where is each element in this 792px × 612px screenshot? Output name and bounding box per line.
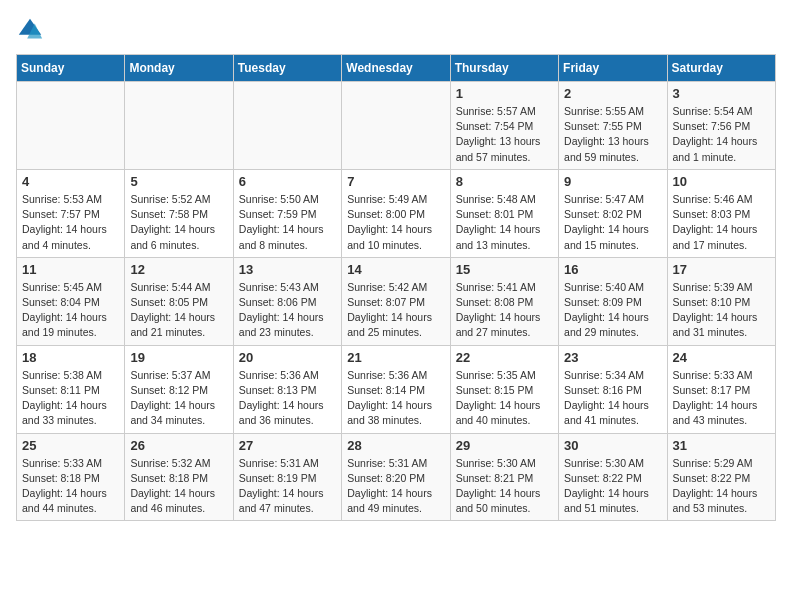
day-info: Sunrise: 5:48 AMSunset: 8:01 PMDaylight:… <box>456 192 553 253</box>
calendar-cell <box>233 82 341 170</box>
day-number: 7 <box>347 174 444 189</box>
weekday-header-thursday: Thursday <box>450 55 558 82</box>
day-info: Sunrise: 5:42 AMSunset: 8:07 PMDaylight:… <box>347 280 444 341</box>
calendar-cell: 7Sunrise: 5:49 AMSunset: 8:00 PMDaylight… <box>342 169 450 257</box>
calendar-cell: 12Sunrise: 5:44 AMSunset: 8:05 PMDayligh… <box>125 257 233 345</box>
day-number: 3 <box>673 86 770 101</box>
calendar-table: SundayMondayTuesdayWednesdayThursdayFrid… <box>16 54 776 521</box>
day-number: 4 <box>22 174 119 189</box>
day-info: Sunrise: 5:55 AMSunset: 7:55 PMDaylight:… <box>564 104 661 165</box>
calendar-cell: 26Sunrise: 5:32 AMSunset: 8:18 PMDayligh… <box>125 433 233 521</box>
day-info: Sunrise: 5:36 AMSunset: 8:14 PMDaylight:… <box>347 368 444 429</box>
calendar-cell: 18Sunrise: 5:38 AMSunset: 8:11 PMDayligh… <box>17 345 125 433</box>
day-info: Sunrise: 5:46 AMSunset: 8:03 PMDaylight:… <box>673 192 770 253</box>
calendar-cell: 24Sunrise: 5:33 AMSunset: 8:17 PMDayligh… <box>667 345 775 433</box>
calendar-cell <box>125 82 233 170</box>
day-info: Sunrise: 5:32 AMSunset: 8:18 PMDaylight:… <box>130 456 227 517</box>
calendar-cell: 15Sunrise: 5:41 AMSunset: 8:08 PMDayligh… <box>450 257 558 345</box>
day-info: Sunrise: 5:41 AMSunset: 8:08 PMDaylight:… <box>456 280 553 341</box>
day-number: 30 <box>564 438 661 453</box>
day-info: Sunrise: 5:33 AMSunset: 8:18 PMDaylight:… <box>22 456 119 517</box>
day-info: Sunrise: 5:44 AMSunset: 8:05 PMDaylight:… <box>130 280 227 341</box>
calendar-row-1: 1Sunrise: 5:57 AMSunset: 7:54 PMDaylight… <box>17 82 776 170</box>
day-info: Sunrise: 5:38 AMSunset: 8:11 PMDaylight:… <box>22 368 119 429</box>
day-number: 12 <box>130 262 227 277</box>
calendar-row-2: 4Sunrise: 5:53 AMSunset: 7:57 PMDaylight… <box>17 169 776 257</box>
calendar-cell: 10Sunrise: 5:46 AMSunset: 8:03 PMDayligh… <box>667 169 775 257</box>
day-info: Sunrise: 5:29 AMSunset: 8:22 PMDaylight:… <box>673 456 770 517</box>
calendar-cell: 13Sunrise: 5:43 AMSunset: 8:06 PMDayligh… <box>233 257 341 345</box>
calendar-cell: 19Sunrise: 5:37 AMSunset: 8:12 PMDayligh… <box>125 345 233 433</box>
day-info: Sunrise: 5:45 AMSunset: 8:04 PMDaylight:… <box>22 280 119 341</box>
day-number: 9 <box>564 174 661 189</box>
day-number: 21 <box>347 350 444 365</box>
day-number: 31 <box>673 438 770 453</box>
calendar-cell: 29Sunrise: 5:30 AMSunset: 8:21 PMDayligh… <box>450 433 558 521</box>
day-info: Sunrise: 5:33 AMSunset: 8:17 PMDaylight:… <box>673 368 770 429</box>
calendar-cell: 30Sunrise: 5:30 AMSunset: 8:22 PMDayligh… <box>559 433 667 521</box>
day-number: 27 <box>239 438 336 453</box>
calendar-cell: 1Sunrise: 5:57 AMSunset: 7:54 PMDaylight… <box>450 82 558 170</box>
day-info: Sunrise: 5:34 AMSunset: 8:16 PMDaylight:… <box>564 368 661 429</box>
day-number: 1 <box>456 86 553 101</box>
calendar-row-4: 18Sunrise: 5:38 AMSunset: 8:11 PMDayligh… <box>17 345 776 433</box>
day-info: Sunrise: 5:50 AMSunset: 7:59 PMDaylight:… <box>239 192 336 253</box>
weekday-header-wednesday: Wednesday <box>342 55 450 82</box>
calendar-cell <box>342 82 450 170</box>
day-number: 2 <box>564 86 661 101</box>
day-number: 10 <box>673 174 770 189</box>
calendar-cell: 22Sunrise: 5:35 AMSunset: 8:15 PMDayligh… <box>450 345 558 433</box>
logo <box>16 16 46 44</box>
calendar-row-3: 11Sunrise: 5:45 AMSunset: 8:04 PMDayligh… <box>17 257 776 345</box>
day-number: 24 <box>673 350 770 365</box>
day-info: Sunrise: 5:30 AMSunset: 8:22 PMDaylight:… <box>564 456 661 517</box>
logo-icon <box>16 16 44 44</box>
day-number: 11 <box>22 262 119 277</box>
calendar-cell: 3Sunrise: 5:54 AMSunset: 7:56 PMDaylight… <box>667 82 775 170</box>
day-number: 26 <box>130 438 227 453</box>
calendar-cell <box>17 82 125 170</box>
calendar-cell: 16Sunrise: 5:40 AMSunset: 8:09 PMDayligh… <box>559 257 667 345</box>
day-number: 28 <box>347 438 444 453</box>
day-number: 13 <box>239 262 336 277</box>
calendar-cell: 20Sunrise: 5:36 AMSunset: 8:13 PMDayligh… <box>233 345 341 433</box>
day-info: Sunrise: 5:54 AMSunset: 7:56 PMDaylight:… <box>673 104 770 165</box>
calendar-cell: 28Sunrise: 5:31 AMSunset: 8:20 PMDayligh… <box>342 433 450 521</box>
calendar-cell: 2Sunrise: 5:55 AMSunset: 7:55 PMDaylight… <box>559 82 667 170</box>
day-number: 8 <box>456 174 553 189</box>
day-info: Sunrise: 5:30 AMSunset: 8:21 PMDaylight:… <box>456 456 553 517</box>
calendar-cell: 11Sunrise: 5:45 AMSunset: 8:04 PMDayligh… <box>17 257 125 345</box>
day-info: Sunrise: 5:47 AMSunset: 8:02 PMDaylight:… <box>564 192 661 253</box>
day-number: 5 <box>130 174 227 189</box>
calendar-cell: 27Sunrise: 5:31 AMSunset: 8:19 PMDayligh… <box>233 433 341 521</box>
calendar-cell: 31Sunrise: 5:29 AMSunset: 8:22 PMDayligh… <box>667 433 775 521</box>
page-header <box>16 16 776 44</box>
day-number: 18 <box>22 350 119 365</box>
calendar-cell: 21Sunrise: 5:36 AMSunset: 8:14 PMDayligh… <box>342 345 450 433</box>
day-number: 29 <box>456 438 553 453</box>
day-info: Sunrise: 5:37 AMSunset: 8:12 PMDaylight:… <box>130 368 227 429</box>
calendar-cell: 25Sunrise: 5:33 AMSunset: 8:18 PMDayligh… <box>17 433 125 521</box>
day-info: Sunrise: 5:43 AMSunset: 8:06 PMDaylight:… <box>239 280 336 341</box>
day-info: Sunrise: 5:49 AMSunset: 8:00 PMDaylight:… <box>347 192 444 253</box>
weekday-header-monday: Monday <box>125 55 233 82</box>
day-number: 19 <box>130 350 227 365</box>
day-number: 20 <box>239 350 336 365</box>
calendar-header: SundayMondayTuesdayWednesdayThursdayFrid… <box>17 55 776 82</box>
day-number: 14 <box>347 262 444 277</box>
weekday-header-tuesday: Tuesday <box>233 55 341 82</box>
day-number: 15 <box>456 262 553 277</box>
day-number: 16 <box>564 262 661 277</box>
day-number: 6 <box>239 174 336 189</box>
weekday-header-saturday: Saturday <box>667 55 775 82</box>
weekday-header-friday: Friday <box>559 55 667 82</box>
day-number: 23 <box>564 350 661 365</box>
calendar-cell: 6Sunrise: 5:50 AMSunset: 7:59 PMDaylight… <box>233 169 341 257</box>
day-info: Sunrise: 5:31 AMSunset: 8:20 PMDaylight:… <box>347 456 444 517</box>
day-info: Sunrise: 5:36 AMSunset: 8:13 PMDaylight:… <box>239 368 336 429</box>
calendar-row-5: 25Sunrise: 5:33 AMSunset: 8:18 PMDayligh… <box>17 433 776 521</box>
day-info: Sunrise: 5:31 AMSunset: 8:19 PMDaylight:… <box>239 456 336 517</box>
calendar-cell: 23Sunrise: 5:34 AMSunset: 8:16 PMDayligh… <box>559 345 667 433</box>
day-info: Sunrise: 5:40 AMSunset: 8:09 PMDaylight:… <box>564 280 661 341</box>
day-number: 17 <box>673 262 770 277</box>
